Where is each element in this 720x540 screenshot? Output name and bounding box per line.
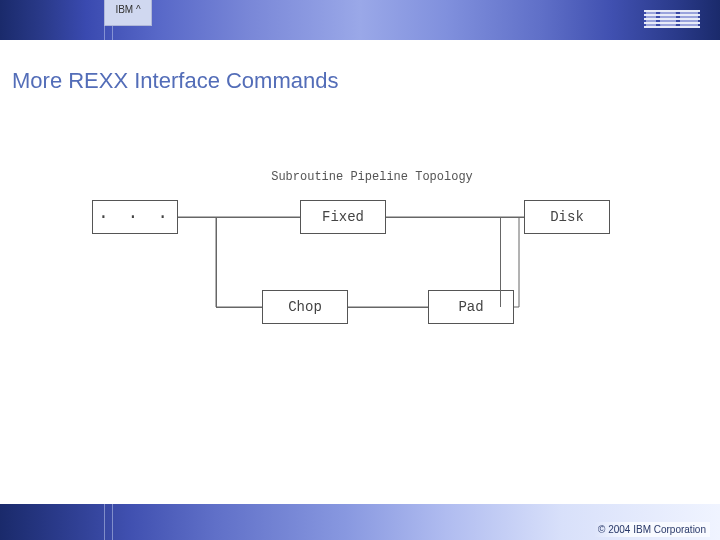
connector xyxy=(500,217,501,307)
connector xyxy=(216,217,217,307)
pipeline-diagram: Subroutine Pipeline Topology · · · Fixed… xyxy=(92,170,652,340)
box-chop: Chop xyxy=(262,290,348,324)
connector xyxy=(386,217,524,218)
box-ellipsis: · · · xyxy=(92,200,178,234)
box-fixed: Fixed xyxy=(300,200,386,234)
copyright-text: © 2004 IBM Corporation xyxy=(594,522,710,537)
diagram-title: Subroutine Pipeline Topology xyxy=(271,170,473,184)
banner-divider xyxy=(112,504,113,540)
box-disk: Disk xyxy=(524,200,610,234)
ibm-logo-icon xyxy=(644,8,700,32)
box-pad: Pad xyxy=(428,290,514,324)
slide-title: More REXX Interface Commands xyxy=(12,68,708,94)
connector xyxy=(348,307,428,308)
top-banner: IBM ^ xyxy=(0,0,720,40)
header-tab: IBM ^ xyxy=(104,0,152,26)
slide-content: More REXX Interface Commands xyxy=(0,40,720,94)
connector xyxy=(178,217,300,218)
banner-divider xyxy=(104,504,105,540)
connector xyxy=(216,307,262,308)
